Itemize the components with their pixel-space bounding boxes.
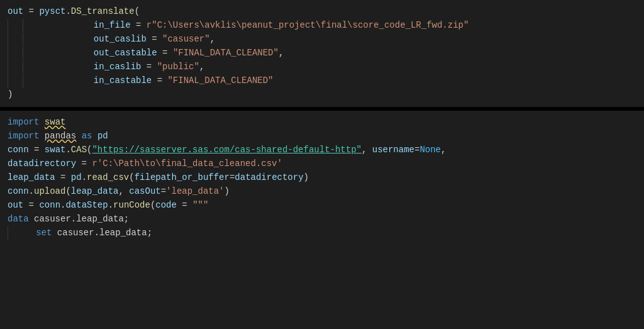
bottom-line-3: conn = swat.CAS("https://sasserver.sas.c…	[0, 143, 644, 157]
bottom-line-4: datadirectory = r'C:\Path\to\final_data_…	[0, 157, 644, 171]
code-line-6: in_castable = "FINAL_DATA_CLEANED"	[0, 74, 644, 88]
code-line-1: out = pysct.DS_translate(	[0, 5, 644, 19]
bottom-line-6: conn.upload(leap_data, casOut='leap_data…	[0, 185, 644, 199]
bottom-line-8: data casuser.leap_data;	[0, 213, 644, 226]
bottom-line-2: import pandas as pd	[0, 130, 644, 143]
bottom-line-5: leap_data = pd.read_csv(filepath_or_buff…	[0, 171, 644, 185]
code-line-4: out_castable = "FINAL_DATA_CLEANED",	[0, 47, 644, 60]
bottom-line-9: set casuser.leap_data;	[0, 226, 644, 240]
bottom-code-section: import swat import pandas as pd conn = s…	[0, 111, 644, 329]
top-code-section: out = pysct.DS_translate( in_file = r"C:…	[0, 0, 644, 109]
code-editor: out = pysct.DS_translate( in_file = r"C:…	[0, 0, 644, 329]
code-line-3: out_caslib = "casuser",	[0, 33, 644, 47]
bottom-line-7: out = conn.dataStep.runCode(code = """	[0, 199, 644, 213]
bottom-line-1: import swat	[0, 116, 644, 130]
code-line-5: in_caslib = "public",	[0, 60, 644, 74]
code-line-7: )	[0, 88, 644, 102]
code-line-2: in_file = r"C:\Users\avklis\peanut_proje…	[0, 19, 644, 33]
